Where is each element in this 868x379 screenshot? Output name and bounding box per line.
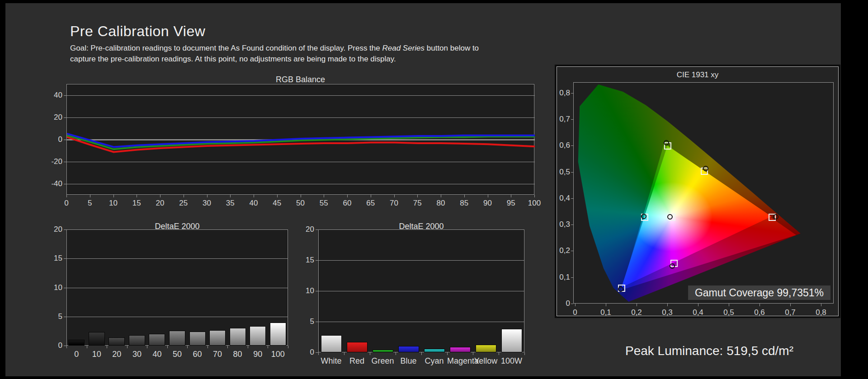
cie-title: CIE 1931 xy (557, 70, 838, 80)
rgb-x-tick (488, 195, 488, 197)
rgb-x-tick (347, 195, 348, 197)
rgb-x-tick-label: 70 (384, 199, 404, 208)
deltae-bar-100 (270, 323, 286, 346)
deltae-bar-90 (250, 326, 266, 346)
cie-y-tick-label: 0,2 (557, 246, 570, 255)
rgb-x-tick (184, 195, 184, 197)
deltae-x-tick (187, 346, 188, 348)
rgb-x-tick-label: 100 (524, 199, 544, 208)
cie-plot: Gamut Coverage 99,7351% (573, 82, 834, 304)
rgb-x-tick-label: 5 (80, 199, 100, 208)
red-measured (773, 214, 778, 220)
cie-x-tick (729, 304, 729, 306)
rgb-y-tick-label: 40 (38, 91, 62, 100)
rgb-x-tick (207, 195, 208, 197)
deltae-x-category-label: Blue (396, 356, 421, 366)
goal-line2: capture the pre-calibration readings. At… (70, 55, 396, 63)
deltae-x-tick (147, 346, 147, 348)
cie-x-tick-label: 0,4 (688, 308, 708, 317)
deltae-x-category-label: 80 (227, 349, 248, 359)
deltae-x-category-label: 30 (127, 349, 147, 359)
cie-y-tick (571, 93, 573, 94)
deltae-x-category-label: 100W (499, 356, 524, 366)
rgb-x-tick (441, 195, 441, 197)
cie-x-tick (760, 304, 760, 306)
rgb-x-tick-label: 90 (478, 199, 498, 208)
rgb-y-tick (64, 162, 66, 162)
cie-y-tick (571, 277, 573, 278)
rgb-x-tick-label: 30 (197, 199, 217, 208)
pre-calibration-view: Pre Calibration View Goal: Pre-calibrati… (5, 3, 841, 376)
deltae-bar-20 (108, 337, 125, 346)
rgb-balance-lines (67, 84, 535, 195)
rgb-x-tick (301, 195, 301, 197)
rgb-x-tick (534, 195, 535, 197)
rgb-x-tick-label: 0 (57, 199, 76, 208)
rgb-x-tick-label: 50 (291, 199, 311, 208)
deltae-x-tick (318, 352, 319, 355)
deltae-y-tick (64, 258, 66, 259)
deltae-y-tick (316, 229, 318, 230)
rgb-x-tick (464, 195, 465, 197)
deltae-y-tick-label: 20 (38, 225, 62, 234)
deltae-bar-10 (89, 332, 105, 346)
read-series-emphasis: Read Series (382, 44, 425, 52)
deltae-x-tick (288, 346, 288, 348)
deltae-y-tick-label: 10 (289, 286, 314, 295)
deltae-x-tick (87, 346, 87, 348)
rgb-x-tick (394, 195, 395, 197)
goal-text: Goal: Pre-calibration readings to docume… (70, 43, 479, 65)
cie-y-tick-label: 0,5 (557, 168, 570, 177)
deltae-gridline (67, 258, 288, 259)
deltae-bar-30 (129, 335, 145, 346)
deltae-bar-green (373, 350, 393, 352)
deltae-bar-40 (149, 334, 165, 346)
blue-measured (618, 286, 623, 292)
rgb-x-tick (137, 195, 137, 197)
cie-y-tick-label: 0,3 (557, 220, 570, 229)
cie-chart-panel: CIE 1931 xy Gamut Coverage 99,7351% 00,1… (557, 66, 839, 316)
deltae-x-category-label: 90 (248, 349, 268, 359)
rgb-x-tick-label: 40 (244, 199, 264, 208)
deltae-y-tick-label: 15 (38, 254, 62, 263)
page-title: Pre Calibration View (70, 23, 205, 40)
white-measured (667, 214, 673, 220)
deltae-bar-red (347, 342, 368, 352)
cie-x-tick (667, 304, 668, 306)
deltae-y-tick (316, 260, 318, 261)
deltae-gridline (319, 322, 524, 322)
cie-x-tick (821, 304, 821, 306)
deltae-y-tick (316, 322, 318, 322)
rgb-x-tick (371, 195, 371, 197)
deltae-x-tick (473, 352, 473, 355)
rgb-x-tick (254, 195, 254, 197)
rgb-x-tick-label: 80 (431, 199, 451, 208)
peak-luminance-label: Peak Luminance: 519,5 cd/m² (568, 344, 850, 358)
cie-x-tick-label: 0,1 (596, 308, 616, 317)
cie-y-tick (571, 304, 573, 304)
rgb-x-tick-label: 75 (407, 199, 427, 208)
goal-line1: Goal: Pre-calibration readings to docume… (70, 44, 479, 52)
deltae-y-tick-label: 20 (289, 225, 314, 234)
rgb-balance-title: RGB Balance (66, 75, 534, 84)
deltae-y-tick-label: 15 (289, 256, 314, 265)
deltae-y-tick-label: 5 (38, 312, 62, 321)
deltae-bar-cyan (424, 349, 445, 352)
deltae-x-tick (227, 346, 228, 348)
cie-x-tick (637, 304, 637, 306)
cie-x-tick-label: 0,2 (627, 308, 646, 317)
deltae-x-category-label: 10 (87, 349, 107, 359)
deltae-x-category-label: Magenta (447, 356, 473, 366)
deltae-y-tick-label: 0 (38, 341, 62, 350)
cie-y-tick-label: 0,1 (557, 273, 570, 282)
deltae-x-tick (167, 346, 168, 348)
deltae-gridline (67, 317, 288, 317)
deltae-x-tick (268, 346, 268, 348)
cie-y-tick-label: 0,7 (557, 115, 570, 124)
deltae-gridline (67, 288, 288, 288)
cie-x-tick (575, 304, 576, 306)
rgb-x-tick-label: 25 (174, 199, 193, 208)
rgb-x-tick (66, 195, 67, 197)
rgb-x-tick (90, 195, 90, 197)
rgb-y-tick (64, 140, 66, 140)
